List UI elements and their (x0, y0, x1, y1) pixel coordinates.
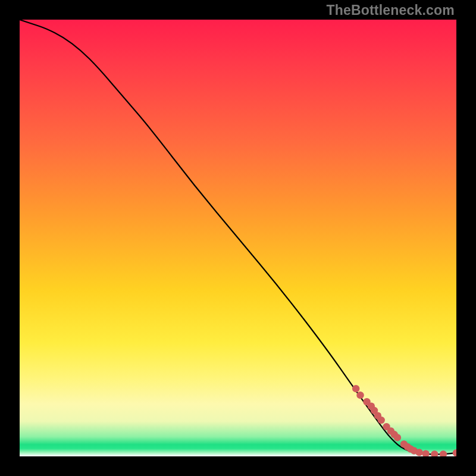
data-dot (394, 434, 401, 441)
data-dot (440, 450, 447, 456)
data-dot (352, 385, 359, 392)
dot-series (352, 385, 456, 456)
data-dot (415, 449, 422, 456)
chart-svg (20, 20, 456, 456)
chart-frame: TheBottleneck.com (0, 0, 476, 476)
data-dot (356, 392, 364, 399)
plot-area (20, 20, 456, 456)
watermark-text: TheBottleneck.com (326, 2, 455, 18)
bottleneck-curve (20, 20, 456, 455)
data-dot (453, 449, 456, 456)
data-dot (378, 416, 385, 424)
data-dot (431, 450, 438, 456)
data-dot (422, 450, 429, 456)
